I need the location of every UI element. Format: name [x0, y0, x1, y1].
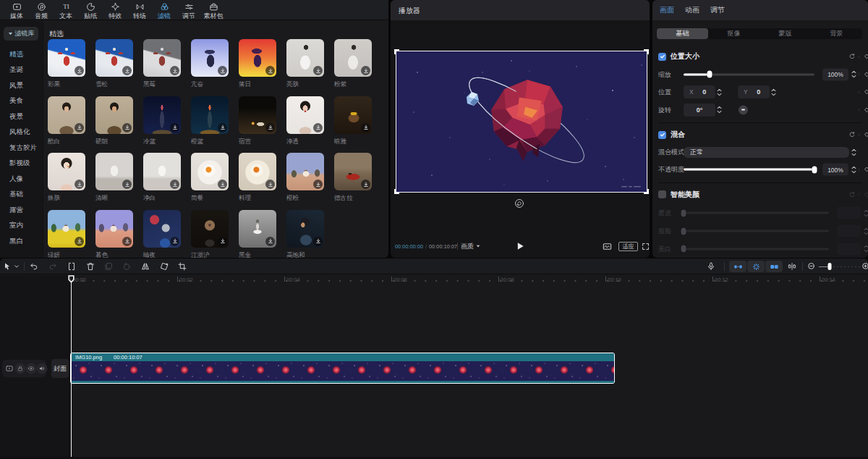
keyframe-prev-icon[interactable]: [857, 167, 861, 172]
download-icon[interactable]: [313, 180, 323, 189]
hide-track-button[interactable]: [26, 363, 37, 374]
filter-thumbnail[interactable]: [95, 39, 133, 77]
keyframe-icon[interactable]: [864, 167, 868, 173]
download-icon[interactable]: [265, 66, 275, 75]
filter-thumbnail[interactable]: [239, 96, 276, 134]
undo-button[interactable]: [30, 261, 39, 271]
scale-slider[interactable]: [684, 73, 814, 75]
toolbar-item-transition[interactable]: 转场: [127, 0, 152, 20]
filter-item[interactable]: 彩果: [48, 39, 85, 89]
keyframe-icon[interactable]: [864, 89, 868, 96]
stepper-down-icon[interactable]: [864, 249, 868, 253]
download-icon[interactable]: [122, 66, 132, 75]
inspector-subtab-cutout[interactable]: 抠像: [708, 28, 760, 39]
slider-handle[interactable]: [707, 71, 712, 78]
filter-thumbnail[interactable]: [143, 39, 181, 77]
filter-item[interactable]: 黑金: [239, 210, 276, 258]
filter-item[interactable]: 橙粉: [286, 153, 324, 203]
timeline-zoom-out-button[interactable]: [807, 261, 817, 271]
value-box[interactable]: 100%: [822, 68, 848, 80]
filter-item[interactable]: 焕肤: [48, 153, 85, 203]
filter-item[interactable]: 粉紫: [334, 39, 372, 89]
filter-thumbnail[interactable]: [191, 96, 229, 134]
download-icon[interactable]: [313, 66, 323, 75]
filter-thumbnail[interactable]: [286, 153, 324, 190]
filter-item[interactable]: 暗雅: [334, 96, 372, 146]
filter-thumbnail[interactable]: [48, 96, 85, 134]
filter-thumbnail[interactable]: [143, 210, 181, 248]
opacity-slider[interactable]: [684, 169, 814, 171]
filter-item[interactable]: 黑莓: [143, 39, 181, 89]
filter-library-dropdown[interactable]: 滤镜库: [4, 27, 38, 41]
adsorb-main-track-button[interactable]: [788, 261, 797, 271]
slider-handle[interactable]: [812, 166, 817, 173]
select-tool-dropdown[interactable]: [13, 263, 20, 269]
download-icon[interactable]: [170, 66, 179, 75]
filter-thumbnail[interactable]: [239, 39, 276, 77]
fit-button[interactable]: 适应: [618, 242, 638, 251]
stepper-down-icon[interactable]: [851, 75, 856, 78]
filter-item[interactable]: 简餐: [191, 153, 229, 203]
record-voiceover-button[interactable]: [707, 261, 716, 271]
category-item-4[interactable]: 美食: [9, 96, 23, 106]
download-icon[interactable]: [265, 123, 275, 132]
stepper-control[interactable]: [851, 146, 857, 158]
filter-item[interactable]: 落日: [239, 39, 276, 89]
download-icon[interactable]: [361, 66, 370, 75]
filter-thumbnail[interactable]: [334, 96, 372, 134]
filter-item[interactable]: 冷蓝: [143, 96, 181, 146]
stepper-up-icon[interactable]: [771, 88, 776, 92]
stepper-control[interactable]: [716, 86, 723, 98]
category-item-7[interactable]: 复古胶片: [9, 143, 37, 153]
auto-snap-toggle[interactable]: [729, 261, 746, 272]
inspector-tab-adjust[interactable]: 调节: [710, 5, 725, 15]
category-item-13[interactable]: 黑白: [9, 237, 23, 247]
rotate-handle[interactable]: [514, 198, 524, 209]
lock-track-button[interactable]: [15, 363, 26, 374]
mirror-button[interactable]: [141, 261, 150, 271]
filter-thumbnail[interactable]: [48, 210, 85, 248]
stepper-up-icon[interactable]: [717, 106, 722, 109]
linkage-toggle[interactable]: [747, 261, 765, 272]
filter-thumbnail[interactable]: [239, 210, 276, 248]
filter-thumbnail[interactable]: [334, 39, 372, 77]
play-button[interactable]: [515, 241, 525, 251]
value-box[interactable]: [837, 243, 861, 255]
selection-handle-bl[interactable]: [394, 189, 399, 194]
timeline-zoom-slider[interactable]: [819, 266, 861, 267]
timeline-ruler[interactable]: 00:0000:0200:0400:0600:0800:1000:1200:14: [0, 275, 868, 285]
download-icon[interactable]: [218, 237, 227, 246]
keyframe-icon[interactable]: [864, 106, 868, 113]
download-icon[interactable]: [313, 123, 323, 132]
section-checkbox[interactable]: [658, 190, 666, 198]
rotate-button[interactable]: [160, 261, 169, 271]
toolbar-item-effect[interactable]: 特效: [103, 0, 127, 20]
filter-thumbnail[interactable]: [143, 96, 181, 134]
category-item-5[interactable]: 夜景: [9, 112, 23, 122]
slider-handle[interactable]: [681, 227, 686, 235]
stepper-control[interactable]: [863, 207, 868, 219]
category-item-6[interactable]: 风格化: [9, 127, 30, 138]
category-item-1[interactable]: 精选: [9, 50, 23, 60]
download-icon[interactable]: [218, 66, 227, 75]
category-item-2[interactable]: 圣诞: [9, 65, 23, 75]
category-item-10[interactable]: 基础: [9, 190, 23, 200]
toolbar-item-package[interactable]: 素材包: [201, 0, 226, 20]
filter-item[interactable]: 硬朗: [95, 96, 133, 146]
download-icon[interactable]: [170, 123, 179, 132]
selection-handle-tl[interactable]: [394, 49, 399, 54]
stepper-up-icon[interactable]: [851, 70, 856, 74]
split-button[interactable]: [67, 261, 77, 271]
filter-item[interactable]: 净白: [143, 153, 181, 203]
filter-thumbnail[interactable]: [95, 96, 133, 134]
filter-item[interactable]: 晴夜: [143, 210, 181, 258]
stepper-up-icon[interactable]: [851, 148, 856, 152]
category-item-8[interactable]: 影视级: [9, 159, 30, 169]
filter-thumbnail[interactable]: [286, 39, 324, 77]
keyframe-prev-icon[interactable]: [857, 107, 861, 113]
stepper-down-icon[interactable]: [717, 93, 722, 96]
download-icon[interactable]: [170, 180, 179, 189]
stepper-down-icon[interactable]: [851, 153, 856, 156]
keyframe-prev-icon[interactable]: [857, 192, 861, 198]
blend-mode-select[interactable]: 正常: [684, 147, 849, 158]
